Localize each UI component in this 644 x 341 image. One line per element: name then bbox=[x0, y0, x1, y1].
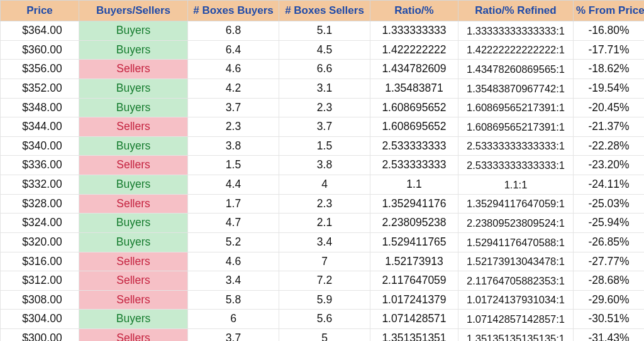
cell-pct-from-price[interactable]: -18.62% bbox=[574, 60, 645, 79]
cell-boxes-buyers[interactable]: 4.6 bbox=[188, 60, 279, 79]
cell-price[interactable]: $328.00 bbox=[1, 194, 79, 214]
cell-ratio[interactable]: 1.352941176 bbox=[370, 194, 458, 214]
cell-pct-from-price[interactable]: -21.37% bbox=[574, 117, 645, 137]
cell-pct-from-price[interactable]: -25.94% bbox=[574, 214, 645, 233]
cell-pct-from-price[interactable]: -23.20% bbox=[574, 156, 645, 175]
col-header-ratio-refined[interactable]: Ratio/% Refined bbox=[458, 1, 574, 21]
cell-price[interactable]: $364.00 bbox=[1, 21, 79, 41]
cell-buyers-sellers[interactable]: Sellers bbox=[79, 60, 188, 79]
table-row[interactable]: $360.00Buyers6.44.51.4222222221.42222222… bbox=[1, 40, 645, 60]
cell-price[interactable]: $356.00 bbox=[1, 60, 79, 79]
cell-ratio[interactable]: 1.017241379 bbox=[370, 290, 458, 310]
cell-boxes-sellers[interactable]: 5 bbox=[279, 329, 370, 342]
cell-boxes-buyers[interactable]: 6.8 bbox=[188, 21, 279, 41]
cell-ratio-refined[interactable]: 1.35483870967742:1 bbox=[458, 78, 574, 98]
table-row[interactable]: $304.00Buyers65.61.0714285711.0714285714… bbox=[1, 310, 645, 329]
cell-boxes-buyers[interactable]: 3.7 bbox=[188, 329, 279, 342]
cell-buyers-sellers[interactable]: Buyers bbox=[79, 78, 188, 98]
cell-price[interactable]: $308.00 bbox=[1, 290, 79, 310]
cell-price[interactable]: $312.00 bbox=[1, 271, 79, 291]
cell-buyers-sellers[interactable]: Buyers bbox=[79, 310, 188, 329]
table-row[interactable]: $340.00Buyers3.81.52.5333333332.53333333… bbox=[1, 136, 645, 156]
cell-price[interactable]: $316.00 bbox=[1, 252, 79, 271]
cell-ratio[interactable]: 1.35483871 bbox=[370, 78, 458, 98]
cell-buyers-sellers[interactable]: Sellers bbox=[79, 290, 188, 310]
cell-ratio[interactable]: 1.52173913 bbox=[370, 252, 458, 271]
cell-buyers-sellers[interactable]: Sellers bbox=[79, 271, 188, 291]
cell-buyers-sellers[interactable]: Buyers bbox=[79, 21, 188, 41]
cell-boxes-buyers[interactable]: 6 bbox=[188, 310, 279, 329]
table-row[interactable]: $316.00Sellers4.671.521739131.5217391304… bbox=[1, 252, 645, 271]
cell-pct-from-price[interactable]: -20.45% bbox=[574, 98, 645, 117]
cell-ratio[interactable]: 1.1 bbox=[370, 175, 458, 195]
cell-pct-from-price[interactable]: -31.43% bbox=[574, 329, 645, 342]
cell-boxes-buyers[interactable]: 4.6 bbox=[188, 252, 279, 271]
table-row[interactable]: $324.00Buyers4.72.12.2380952382.23809523… bbox=[1, 214, 645, 233]
cell-ratio[interactable]: 2.238095238 bbox=[370, 214, 458, 233]
table-row[interactable]: $308.00Sellers5.85.91.0172413791.0172413… bbox=[1, 290, 645, 310]
table-row[interactable]: $364.00Buyers6.85.11.3333333331.33333333… bbox=[1, 21, 645, 41]
cell-boxes-sellers[interactable]: 3.7 bbox=[279, 117, 370, 137]
table-row[interactable]: $300.00Sellers3.751.3513513511.351351351… bbox=[1, 329, 645, 342]
cell-price[interactable]: $304.00 bbox=[1, 310, 79, 329]
cell-boxes-sellers[interactable]: 2.3 bbox=[279, 194, 370, 214]
cell-boxes-buyers[interactable]: 5.8 bbox=[188, 290, 279, 310]
cell-boxes-sellers[interactable]: 5.9 bbox=[279, 290, 370, 310]
cell-boxes-sellers[interactable]: 5.6 bbox=[279, 310, 370, 329]
cell-boxes-sellers[interactable]: 3.8 bbox=[279, 156, 370, 175]
cell-pct-from-price[interactable]: -16.80% bbox=[574, 21, 645, 41]
cell-boxes-sellers[interactable]: 7 bbox=[279, 252, 370, 271]
cell-ratio[interactable]: 2.533333333 bbox=[370, 156, 458, 175]
cell-pct-from-price[interactable]: -30.51% bbox=[574, 310, 645, 329]
cell-boxes-buyers[interactable]: 4.2 bbox=[188, 78, 279, 98]
cell-boxes-buyers[interactable]: 3.7 bbox=[188, 98, 279, 117]
cell-ratio[interactable]: 1.351351351 bbox=[370, 329, 458, 342]
cell-price[interactable]: $348.00 bbox=[1, 98, 79, 117]
table-row[interactable]: $312.00Sellers3.47.22.1176470592.1176470… bbox=[1, 271, 645, 291]
cell-boxes-sellers[interactable]: 3.4 bbox=[279, 232, 370, 252]
cell-pct-from-price[interactable]: -25.03% bbox=[574, 194, 645, 214]
col-header-boxes-sellers[interactable]: # Boxes Sellers bbox=[279, 1, 370, 21]
cell-price[interactable]: $324.00 bbox=[1, 214, 79, 233]
cell-ratio-refined[interactable]: 1.52941176470588:1 bbox=[458, 232, 574, 252]
cell-boxes-sellers[interactable]: 7.2 bbox=[279, 271, 370, 291]
table-row[interactable]: $352.00Buyers4.23.11.354838711.354838709… bbox=[1, 78, 645, 98]
cell-ratio-refined[interactable]: 1.1:1 bbox=[458, 175, 574, 195]
cell-buyers-sellers[interactable]: Sellers bbox=[79, 194, 188, 214]
cell-ratio-refined[interactable]: 2.23809523809524:1 bbox=[458, 214, 574, 233]
cell-price[interactable]: $336.00 bbox=[1, 156, 79, 175]
cell-ratio[interactable]: 1.434782609 bbox=[370, 60, 458, 79]
cell-ratio-refined[interactable]: 1.07142857142857:1 bbox=[458, 310, 574, 329]
table-row[interactable]: $328.00Sellers1.72.31.3529411761.3529411… bbox=[1, 194, 645, 214]
cell-ratio-refined[interactable]: 1.43478260869565:1 bbox=[458, 60, 574, 79]
cell-price[interactable]: $344.00 bbox=[1, 117, 79, 137]
cell-ratio[interactable]: 1.071428571 bbox=[370, 310, 458, 329]
table-row[interactable]: $348.00Buyers3.72.31.6086956521.60869565… bbox=[1, 98, 645, 117]
cell-ratio-refined[interactable]: 1.60869565217391:1 bbox=[458, 98, 574, 117]
cell-boxes-buyers[interactable]: 1.5 bbox=[188, 156, 279, 175]
cell-boxes-sellers[interactable]: 2.3 bbox=[279, 98, 370, 117]
cell-pct-from-price[interactable]: -29.60% bbox=[574, 290, 645, 310]
cell-ratio-refined[interactable]: 1.42222222222222:1 bbox=[458, 40, 574, 60]
cell-ratio-refined[interactable]: 1.35135135135135:1 bbox=[458, 329, 574, 342]
cell-buyers-sellers[interactable]: Buyers bbox=[79, 214, 188, 233]
table-row[interactable]: $336.00Sellers1.53.82.5333333332.5333333… bbox=[1, 156, 645, 175]
cell-boxes-sellers[interactable]: 1.5 bbox=[279, 136, 370, 156]
cell-pct-from-price[interactable]: -24.11% bbox=[574, 175, 645, 195]
cell-ratio-refined[interactable]: 1.33333333333333:1 bbox=[458, 21, 574, 41]
cell-price[interactable]: $320.00 bbox=[1, 232, 79, 252]
cell-boxes-buyers[interactable]: 1.7 bbox=[188, 194, 279, 214]
cell-price[interactable]: $332.00 bbox=[1, 175, 79, 195]
cell-ratio-refined[interactable]: 1.52173913043478:1 bbox=[458, 252, 574, 271]
cell-price[interactable]: $360.00 bbox=[1, 40, 79, 60]
cell-boxes-buyers[interactable]: 4.4 bbox=[188, 175, 279, 195]
cell-buyers-sellers[interactable]: Sellers bbox=[79, 329, 188, 342]
cell-boxes-buyers[interactable]: 2.3 bbox=[188, 117, 279, 137]
cell-ratio[interactable]: 2.533333333 bbox=[370, 136, 458, 156]
cell-ratio-refined[interactable]: 1.60869565217391:1 bbox=[458, 117, 574, 137]
cell-buyers-sellers[interactable]: Buyers bbox=[79, 175, 188, 195]
col-header-ratio[interactable]: Ratio/% bbox=[370, 1, 458, 21]
cell-ratio[interactable]: 1.608695652 bbox=[370, 117, 458, 137]
cell-pct-from-price[interactable]: -22.28% bbox=[574, 136, 645, 156]
cell-boxes-sellers[interactable]: 4.5 bbox=[279, 40, 370, 60]
